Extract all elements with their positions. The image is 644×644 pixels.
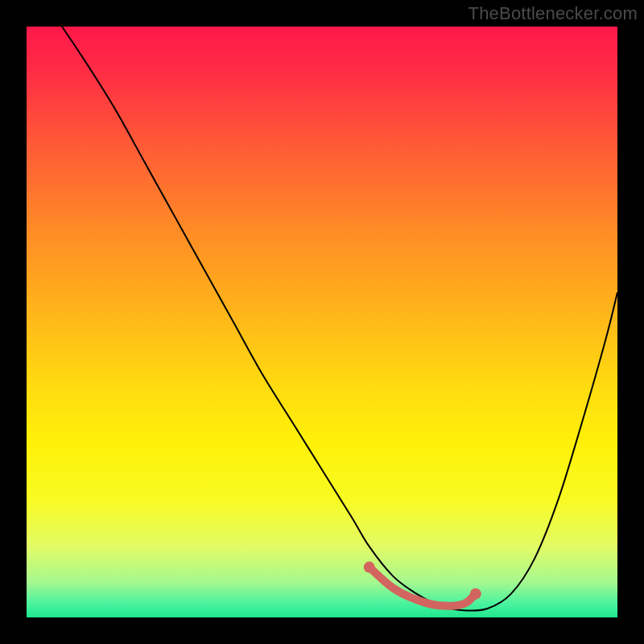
optimal-range-start-dot xyxy=(364,562,375,573)
watermark-text: TheBottlenecker.com xyxy=(469,3,638,24)
optimal-range-line xyxy=(369,568,476,606)
bottleneck-curve xyxy=(62,27,617,611)
optimal-range-end-dot xyxy=(470,588,481,600)
plot-area xyxy=(27,27,617,617)
curve-svg xyxy=(27,27,617,617)
chart-frame: TheBottlenecker.com xyxy=(0,0,644,644)
